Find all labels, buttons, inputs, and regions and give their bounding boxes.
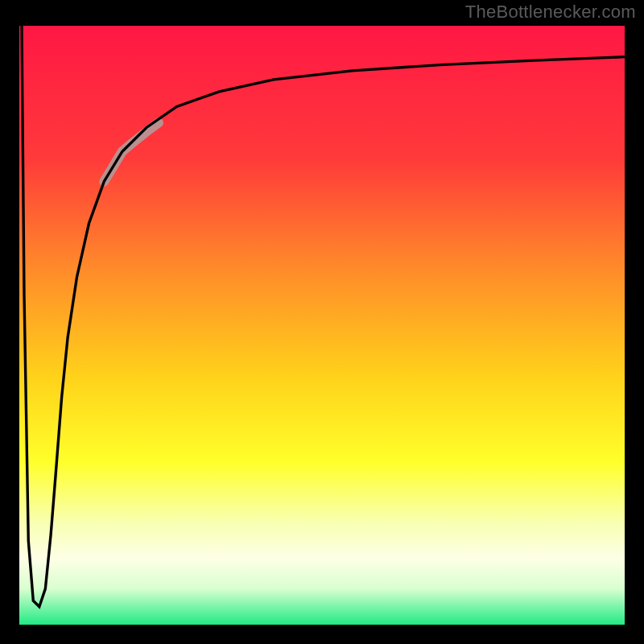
plot-area	[19, 26, 625, 625]
plot-frame	[18, 24, 626, 626]
curve-layer	[19, 26, 625, 625]
highlight-segment	[104, 123, 159, 182]
chart-container: TheBottlenecker.com	[0, 0, 644, 644]
bottleneck-curve	[22, 26, 625, 607]
attribution-text: TheBottlenecker.com	[465, 2, 636, 23]
